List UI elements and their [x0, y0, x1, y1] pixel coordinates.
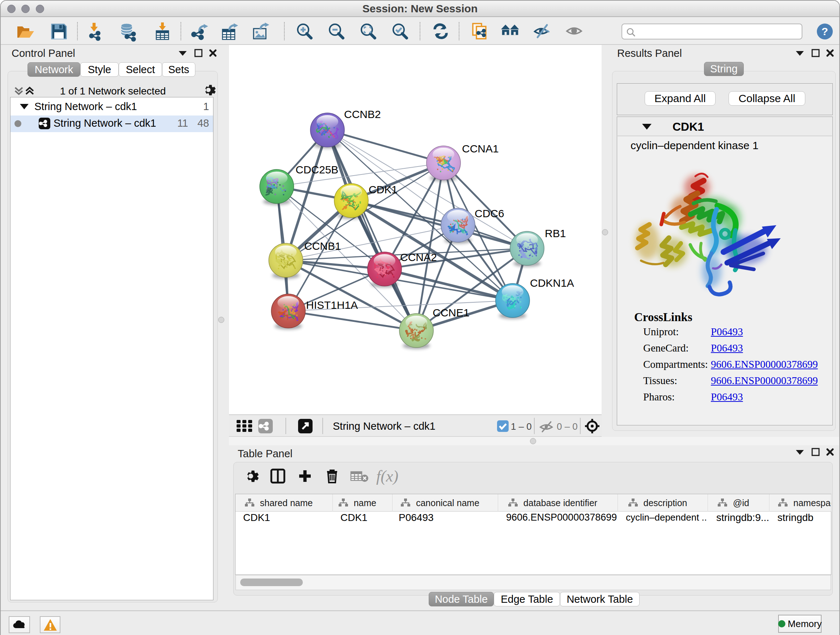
- svg-text:CCNA2: CCNA2: [400, 251, 437, 263]
- svg-text:CDC6: CDC6: [475, 207, 504, 219]
- svg-text:CCNB1: CCNB1: [304, 240, 341, 252]
- svg-text:HIST1H1A: HIST1H1A: [306, 299, 358, 311]
- svg-text:?: ?: [821, 25, 828, 37]
- svg-text:CDC25B: CDC25B: [295, 164, 338, 176]
- svg-text:CCNB2: CCNB2: [344, 108, 381, 120]
- svg-text:CDKN1A: CDKN1A: [530, 277, 574, 289]
- svg-text:RB1: RB1: [545, 227, 566, 239]
- svg-text:CCNE1: CCNE1: [433, 307, 470, 318]
- svg-text:CCNA1: CCNA1: [462, 143, 499, 155]
- svg-text:CDK1: CDK1: [369, 184, 398, 195]
